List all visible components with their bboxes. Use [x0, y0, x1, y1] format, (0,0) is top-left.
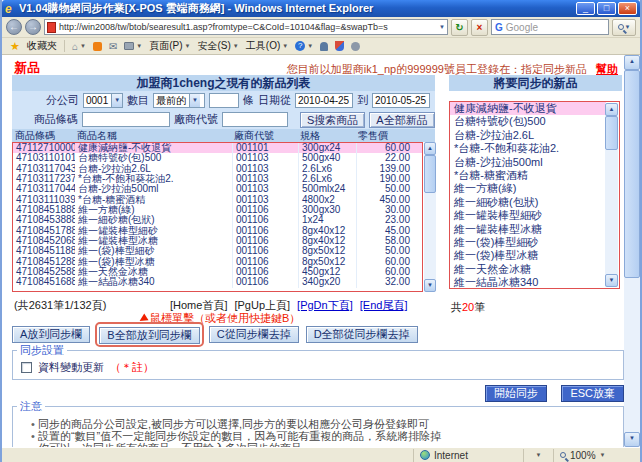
count-select[interactable]: 最前的▼: [153, 93, 205, 108]
cell-vendor: 001103: [232, 195, 298, 205]
table-row[interactable]: 4710845128888 維一(袋)棒型冰糖 001106 8gx50x12 …: [13, 257, 422, 267]
address-dropdown-icon[interactable]: ▼: [439, 24, 445, 30]
protected-mode-section[interactable]: ▼: [524, 449, 554, 462]
maximize-button[interactable]: □: [597, 2, 616, 15]
cell-vendor: 001103: [232, 184, 298, 194]
sync-list-item[interactable]: *台糖-不飽和葵花油2.: [450, 142, 606, 155]
close-button[interactable]: ×: [618, 2, 637, 15]
all-products-button[interactable]: A全部新品: [369, 112, 434, 128]
cell-vendor: 001106: [232, 205, 298, 215]
zoom-control[interactable]: 100% ▼: [554, 449, 640, 462]
shield-icon[interactable]: [335, 41, 344, 51]
search-button[interactable]: ▼: [612, 19, 636, 36]
update-checkbox[interactable]: [21, 362, 32, 373]
table-row[interactable]: 4710311103913 *台糖-糖蜜酒精 001103 4800x2 450…: [13, 195, 422, 205]
sync-list-item[interactable]: 維一罐裝棒型細砂: [450, 209, 606, 222]
sync-list-item[interactable]: 維一(袋)棒型細砂: [450, 236, 606, 249]
print-button[interactable]: ▼: [124, 42, 142, 50]
menu-page[interactable]: 頁面(P) ▼: [149, 39, 190, 53]
sync-list-item[interactable]: 健康減納鹽-不收退貨: [450, 102, 606, 115]
scroll-thumb[interactable]: [624, 70, 640, 278]
table-scrollbar[interactable]: ▲ ▼: [424, 142, 436, 292]
add-all-to-sync-button[interactable]: B全部放到同步欄: [99, 327, 199, 344]
chevron-down-icon: ▼: [600, 452, 606, 458]
branch-select[interactable]: 0001▼: [83, 93, 123, 108]
sync-list-item[interactable]: 維一罐裝棒型冰糖: [450, 223, 606, 236]
sync-list-item[interactable]: *台糖-糖蜜酒精: [450, 169, 606, 182]
sync-list-item[interactable]: 維一細砂糖(包狀): [450, 196, 606, 209]
sync-list-item[interactable]: 維一天然金冰糖: [450, 263, 606, 276]
sync-list-item[interactable]: 台糖特號砂(包)500: [450, 115, 606, 128]
page-scrollbar[interactable]: ▲ ▼: [624, 55, 640, 447]
chevron-down-icon: ▼: [536, 452, 542, 458]
search-products-button[interactable]: S搜索商品: [300, 112, 365, 128]
table-row[interactable]: 4710311704417 台糖-沙拉油500ml 001103 500mlx2…: [13, 184, 422, 194]
cell-spec: 8gx50x12: [298, 257, 356, 267]
table-row[interactable]: 4710311010105 台糖特號砂(包)500 001103 500gx40…: [13, 153, 422, 163]
remove-all-from-sync-button[interactable]: D全部從同步欄去掉: [306, 326, 418, 343]
notice-item: 同步的商品分公司設定,被同步方可以選擇,同步方的要以相應分公司身份登錄即可: [31, 418, 623, 430]
add-to-sync-button[interactable]: A放到同步欄: [12, 326, 90, 343]
table-row[interactable]: 4710845118889 維一(袋)棒型細砂 001106 8gx50x12 …: [13, 246, 422, 256]
menu-tools[interactable]: 工具(O) ▼: [246, 39, 288, 53]
date-to-input[interactable]: 2010-05-25: [372, 93, 430, 108]
scroll-thumb[interactable]: [605, 116, 618, 150]
menu-safety[interactable]: 安全(S) ▼: [198, 39, 239, 53]
page-down-link[interactable]: [PgDn下頁]: [297, 298, 353, 313]
table-row[interactable]: 4710311723715 *台糖-不飽和葵花油2. 001103 2.6Lx6…: [13, 174, 422, 184]
stop-button[interactable]: ×: [471, 19, 488, 36]
window-title: V1.04購物網同步作業[X-POS 雲端商務網] - Windows Inte…: [19, 1, 576, 16]
sync-list-item[interactable]: 台糖-沙拉油2.6L: [450, 129, 606, 142]
home-button[interactable]: ⌂ ▼: [72, 41, 86, 52]
cell-name: 維一罐裝棒型細砂: [75, 226, 232, 236]
sync-list-scrollbar[interactable]: ▲ ▼: [605, 103, 618, 287]
count-input[interactable]: [209, 93, 239, 108]
cell-spec: 300gx30: [298, 205, 356, 215]
barcode-input[interactable]: [82, 112, 170, 127]
cell-barcode: 4710845188882: [13, 205, 75, 215]
cell-name: *台糖-不飽和葵花油2.: [75, 174, 232, 184]
table-row[interactable]: 4710845388886 維一細砂糖(包狀) 001106 1x24 23.0…: [13, 215, 422, 225]
user-icon[interactable]: [320, 42, 328, 51]
address-bar[interactable]: http://win2008/tw/btob/searesult1.asp?fr…: [44, 19, 448, 35]
minimize-button[interactable]: _: [576, 2, 595, 15]
refresh-button[interactable]: ↻: [451, 19, 468, 36]
table-row[interactable]: 4710845178883 維一罐裝棒型細砂 001106 8gx40x12 4…: [13, 226, 422, 236]
favorites-star-icon[interactable]: ★: [10, 40, 20, 53]
mail-icon[interactable]: ✉: [109, 41, 117, 52]
scroll-up-icon: ▲: [605, 103, 618, 116]
table-row[interactable]: 4710845206887 維一罐裝棒型冰糖 001106 8gx40x12 5…: [13, 236, 422, 246]
date-from-label: 日期從: [258, 93, 291, 108]
sync-list-item[interactable]: 維一(袋)棒型冰糖: [450, 249, 606, 262]
sync-list-item[interactable]: 維一結晶冰糖340: [450, 276, 606, 289]
scroll-thumb[interactable]: [424, 155, 436, 193]
cell-barcode: 4710311103913: [13, 195, 75, 205]
date-from-input[interactable]: 2010-04-25: [295, 93, 353, 108]
url-text[interactable]: http://win2008/tw/btob/searesult1.asp?fr…: [59, 22, 436, 32]
favorites-label[interactable]: 收藏夾: [27, 39, 57, 53]
product-list-title: 加盟商1cheng之現有的新品列表: [12, 75, 435, 91]
table-row[interactable]: 4711271000090 健康減納鹽-不收退貨 001101 300gx24 …: [13, 143, 422, 153]
table-row[interactable]: 4710311704318 台糖-沙拉油2.6L 001103 2.6Lx6 1…: [13, 164, 422, 174]
table-row[interactable]: 4710845168884 維一結晶冰糖340 001106 340gx20 3…: [13, 277, 422, 287]
page-end-link[interactable]: [End尾頁]: [360, 298, 408, 313]
gear-icon[interactable]: [351, 42, 360, 51]
filter-form: 分公司 0001▼ 數目 最前的▼ 條 日期從 2010-04-25 到 201…: [12, 91, 435, 129]
table-row[interactable]: 4710845188882 維一方糖(綠) 001106 300gx30 30.…: [13, 205, 422, 215]
cell-vendor: 001106: [232, 257, 298, 267]
back-button[interactable]: ←: [6, 19, 22, 35]
sync-list-item[interactable]: 台糖-沙拉油500ml: [450, 156, 606, 169]
table-row[interactable]: 4710845258882 維一天然金冰糖 001106 450gx12 60.…: [13, 267, 422, 277]
rss-feed-icon[interactable]: [93, 42, 102, 51]
search-box[interactable]: G Google: [491, 19, 609, 35]
help-link[interactable]: 幫助: [596, 63, 618, 75]
table-header-cell: 商品條碼: [12, 129, 74, 142]
help-button[interactable]: ? ▼: [295, 41, 313, 51]
cell-price: 30.00: [356, 205, 422, 215]
cell-barcode: 4710845168884: [13, 277, 75, 287]
vendor-input[interactable]: [222, 112, 288, 127]
remove-from-sync-button[interactable]: C從同步欄去掉: [209, 326, 299, 343]
menu-page-label: 頁面(P): [149, 39, 182, 53]
sync-list-item[interactable]: 維一方糖(綠): [450, 182, 606, 195]
forward-button[interactable]: →: [25, 19, 41, 35]
